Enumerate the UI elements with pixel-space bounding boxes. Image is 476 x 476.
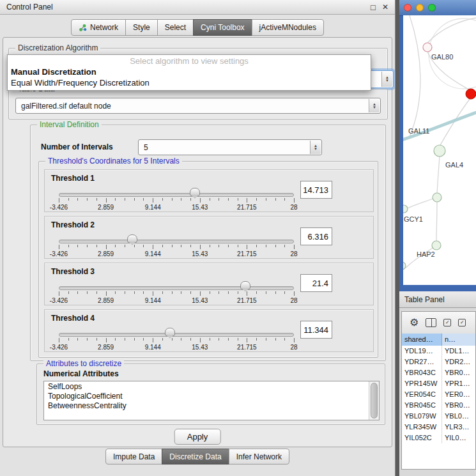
combo-stepper-icon[interactable]: ▲ ▼ [381,72,392,87]
combo-stepper-icon[interactable]: ▲ ▼ [369,99,380,112]
table-row[interactable]: YIL052CYIL0… [402,433,475,443]
select-all-checkbox-icon[interactable]: ✓ [443,319,451,326]
attribute-item-topologicalcoefficient[interactable]: TopologicalCoefficient [44,391,379,401]
threshold-value[interactable]: 11.344 [300,321,332,339]
tab-jactivemnodules[interactable]: jActiveMNodules [252,19,324,36]
cell-shared-name[interactable]: YPR145W [402,378,442,389]
slider-track[interactable] [59,333,294,337]
float-window-icon[interactable]: □ [371,3,376,12]
threshold-panel-2: Threshold 2 -3.4262.8599.14415.4321.7152… [44,216,374,259]
list-scrollbar[interactable] [369,381,379,420]
cell-shared-name[interactable]: YBR045C [402,400,442,411]
cell-name[interactable]: YBR0… [442,367,475,378]
control-panel-window: Control Panel □ ✕ NetworkStyleSelectCyni… [0,0,395,476]
node[interactable] [433,193,441,202]
table-row[interactable]: YPR145WYPR1… [402,378,475,389]
threshold-slider[interactable]: -3.4262.8599.14415.4321.71528 [59,326,294,351]
tab-cyni-toolbox[interactable]: Cyni Toolbox [193,19,252,36]
apply-button[interactable]: Apply [174,429,221,445]
scrollbar-thumb[interactable] [371,383,378,418]
node[interactable] [403,262,406,270]
slider-track[interactable] [59,193,294,197]
number-of-intervals-combo[interactable]: 5 ▲ ▼ [138,139,322,155]
tab-network[interactable]: Network [71,19,126,36]
cell-name[interactable]: YIL0… [442,433,475,443]
close-traffic-light-icon[interactable] [404,4,411,12]
cell-shared-name[interactable]: YIL052C [402,433,442,443]
minimize-traffic-light-icon[interactable] [416,4,424,12]
network-icon [79,24,87,32]
select-none-checkbox-icon[interactable]: ✓ [458,319,466,326]
cell-name[interactable]: YDL1… [442,346,475,357]
threshold-value[interactable]: 6.316 [300,227,332,245]
edge [410,15,420,137]
node-gcy1[interactable] [403,205,408,213]
cell-shared-name[interactable]: YDR27… [402,357,442,367]
number-of-intervals-value: 5 [144,143,148,152]
node-gal4[interactable] [434,145,445,157]
table-row[interactable]: YLR345WYLR3… [402,422,475,433]
bottom-tab-bar: Impute DataDiscretize DataInfer Network [0,449,395,464]
table-row[interactable]: YER054CYER0… [402,389,475,400]
cell-shared-name[interactable]: YBR043C [402,367,442,378]
threshold-label: Threshold 1 [51,174,95,183]
slider-thumb[interactable] [127,234,137,243]
slider-track[interactable] [59,240,294,243]
threshold-slider[interactable]: -3.4262.8599.14415.4321.71528 [59,233,294,257]
thresholds-coordinates-group: Threshold's Coordinates for 5 Intervals … [38,161,378,358]
node-label-hap2: HAP2 [417,250,435,258]
node-selected-red[interactable] [466,89,476,99]
cell-name[interactable]: YBL0… [442,411,475,422]
threshold-value[interactable]: 21.4 [300,274,332,292]
slider-thumb[interactable] [240,281,250,289]
slider-scale-labels: -3.4262.8599.14415.4321.71528 [59,297,294,304]
numerical-attributes-list[interactable]: SelfLoopsTopologicalCoefficientBetweenne… [43,381,380,420]
tab-select[interactable]: Select [157,19,194,36]
edge [436,202,437,241]
gear-icon[interactable]: ⚙ [410,318,418,328]
column-header-shared-name[interactable]: shared… [402,334,442,346]
attribute-item-selfloops[interactable]: SelfLoops [44,381,379,391]
tab-infer-network[interactable]: Infer Network [229,449,289,464]
threshold-slider[interactable]: -3.4262.8599.14415.4321.71528 [59,187,294,211]
table-row[interactable]: YDR27…YDR2… [402,357,475,367]
cell-shared-name[interactable]: YLR345W [402,422,442,433]
cell-name[interactable]: YER0… [442,389,475,400]
cell-name[interactable]: YLR3… [442,422,475,433]
table-row[interactable]: YDL19…YDL1… [402,346,475,357]
cell-shared-name[interactable]: YBL079W [402,411,442,422]
table-row[interactable]: YBR043CYBR0… [402,367,475,378]
attribute-item-betweennesscentrality[interactable]: BetweennessCentrality [44,401,379,410]
tab-style[interactable]: Style [125,19,158,36]
slider-thumb[interactable] [190,188,200,196]
node-gal80[interactable] [423,43,432,52]
cell-name[interactable]: YPR1… [442,378,475,389]
thresholds-list: Threshold 1 -3.4262.8599.14415.4321.7152… [44,169,374,352]
cell-name[interactable]: YDR2… [442,357,475,367]
threshold-slider[interactable]: -3.4262.8599.14415.4321.71528 [59,280,294,304]
node-hap2[interactable] [432,241,441,250]
tab-discretize-data[interactable]: Discretize Data [162,449,229,464]
combo-stepper-icon[interactable]: ▲ ▼ [310,141,321,154]
algorithm-option-manual-discretization[interactable]: Manual Discretization [8,66,371,77]
algorithm-option-equal-width-frequency-discretization[interactable]: Equal Width/Frequency Discretization [8,77,371,88]
network-graph: GAL80 GAL11 GAL4 GCY1 HAP2 [403,15,476,285]
table-data-combo[interactable]: galFiltered.sif default node ▲ ▼ [15,98,381,114]
slider-track[interactable] [59,286,294,290]
column-settings-icon[interactable] [426,318,436,327]
slider-thumb[interactable] [165,328,175,336]
table-row[interactable]: YBR045CYBR0… [402,400,475,411]
threshold-panel-3: Threshold 3 -3.4262.8599.14415.4321.7152… [44,263,374,305]
cell-shared-name[interactable]: YDL19… [402,346,442,357]
threshold-value[interactable]: 14.713 [300,181,332,199]
cell-name[interactable]: YBR0… [442,400,475,411]
close-icon[interactable]: ✕ [382,3,388,12]
table-row[interactable]: YBL079WYBL0… [402,411,475,422]
node-label-gal80: GAL80 [431,53,453,61]
tab-impute-data[interactable]: Impute Data [105,449,162,464]
network-canvas[interactable]: GAL80 GAL11 GAL4 GCY1 HAP2 [403,15,476,285]
zoom-traffic-light-icon[interactable] [428,4,436,12]
cell-shared-name[interactable]: YER054C [402,389,442,400]
column-header-name[interactable]: n… [442,334,475,346]
popup-placeholder-option[interactable]: Select algorithm to view settings [8,55,371,66]
